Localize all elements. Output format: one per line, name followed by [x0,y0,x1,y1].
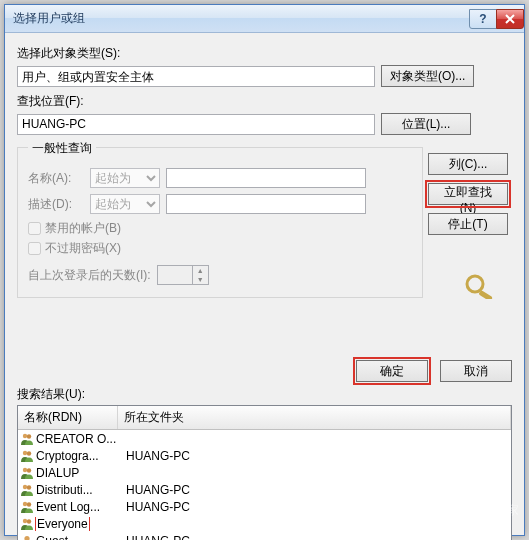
row-name: CREATOR O... [36,432,116,446]
svg-point-5 [27,451,31,455]
row-name: Distributi... [36,483,93,497]
object-type-field[interactable]: 用户、组或内置安全主体 [17,66,375,87]
stop-button[interactable]: 停止(T) [428,213,508,235]
svg-point-10 [23,501,27,505]
row-folder: HUANG-PC [120,449,509,463]
locations-button[interactable]: 位置(L)... [381,113,471,135]
titlebar-text: 选择用户或组 [13,10,85,27]
close-button[interactable] [496,9,524,29]
desc-label: 描述(D): [28,196,84,213]
days-since-logon-label: 自上次登录后的天数(I): [28,267,151,284]
table-row[interactable]: Cryptogra...HUANG-PC [18,447,511,464]
cancel-button[interactable]: 取消 [440,360,512,382]
side-buttons: 列(C)... 立即查找(N) 停止(T) [428,153,508,235]
svg-point-3 [27,434,31,438]
noexpire-password-input[interactable] [28,242,41,255]
titlebar[interactable]: 选择用户或组 ? [5,5,524,33]
location-label: 查找位置(F): [17,93,512,110]
table-row[interactable]: Everyone [18,515,511,532]
name-label: 名称(A): [28,170,84,187]
col-name-header[interactable]: 名称(RDN) [18,406,118,429]
help-button[interactable]: ? [469,9,497,29]
name-op-select[interactable]: 起始为 [90,168,160,188]
svg-point-12 [23,518,27,522]
client-area: 选择此对象类型(S): 用户、组或内置安全主体 对象类型(O)... 查找位置(… [5,33,524,540]
svg-point-14 [24,535,29,540]
titlebar-buttons: ? [470,9,524,29]
dialog-window: 选择用户或组 ? 选择此对象类型(S): 用户、组或内置安全主体 对象类型(O)… [4,4,525,536]
col-folder-header[interactable]: 所在文件夹 [118,406,511,429]
row-folder: HUANG-PC [120,500,509,514]
row-name: Everyone [36,517,89,531]
row-folder: HUANG-PC [120,483,509,497]
table-row[interactable]: DIALUP [18,464,511,481]
help-icon: ? [479,12,486,26]
table-row[interactable]: Event Log...HUANG-PC [18,498,511,515]
row-name: DIALUP [36,466,79,480]
results-listview[interactable]: 名称(RDN) 所在文件夹 CREATOR O...Cryptogra...HU… [17,405,512,540]
noexpire-password-checkbox[interactable]: 不过期密码(X) [28,240,412,257]
object-types-button[interactable]: 对象类型(O)... [381,65,474,87]
svg-point-8 [23,484,27,488]
table-row[interactable]: Distributi...HUANG-PC [18,481,511,498]
svg-point-0 [467,276,483,292]
row-name: Guest [36,534,68,541]
svg-point-6 [23,467,27,471]
desc-input[interactable] [166,194,366,214]
svg-rect-1 [478,290,493,299]
disabled-accounts-checkbox[interactable]: 禁用的帐户(B) [28,220,412,237]
search-icon [462,273,498,299]
ok-button[interactable]: 确定 [356,360,428,382]
svg-point-9 [27,485,31,489]
svg-point-2 [23,433,27,437]
common-queries-legend: 一般性查询 [28,140,96,157]
svg-point-7 [27,468,31,472]
common-queries-group: 一般性查询 名称(A): 起始为 描述(D): 起始为 禁用的帐户(B) 不过期… [17,147,423,298]
name-input[interactable] [166,168,366,188]
location-field[interactable]: HUANG-PC [17,114,375,135]
table-row[interactable]: GuestHUANG-PC [18,532,511,540]
close-icon [505,14,515,24]
row-name: Event Log... [36,500,100,514]
listview-header[interactable]: 名称(RDN) 所在文件夹 [18,406,511,430]
desc-op-select[interactable]: 起始为 [90,194,160,214]
find-now-button[interactable]: 立即查找(N) [428,183,508,205]
columns-button[interactable]: 列(C)... [428,153,508,175]
svg-point-11 [27,502,31,506]
spinner-down-icon[interactable]: ▼ [193,275,208,284]
svg-point-13 [27,519,31,523]
row-folder: HUANG-PC [120,534,509,541]
svg-point-4 [23,450,27,454]
results-label: 搜索结果(U): [17,386,512,403]
disabled-accounts-input[interactable] [28,222,41,235]
spinner-up-icon[interactable]: ▲ [193,266,208,275]
row-name: Cryptogra... [36,449,99,463]
object-type-label: 选择此对象类型(S): [17,45,512,62]
table-row[interactable]: CREATOR O... [18,430,511,447]
days-spinner[interactable]: ▲ ▼ [157,265,209,285]
